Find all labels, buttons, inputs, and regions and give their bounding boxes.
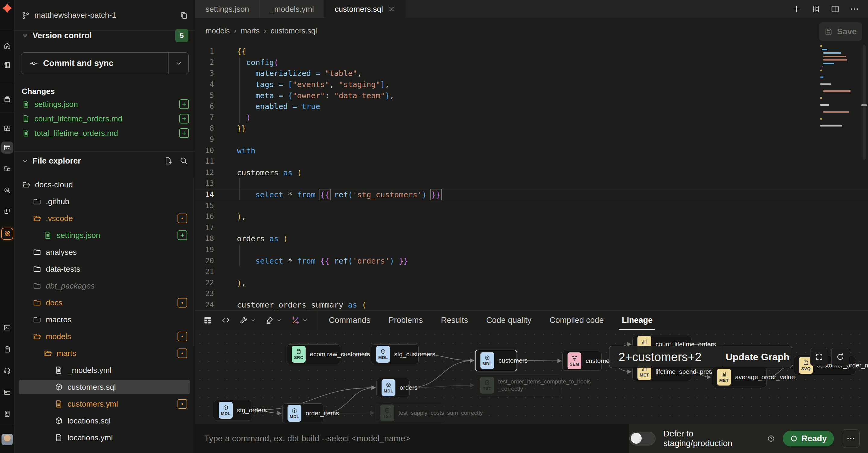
tree-item-models[interactable]: models• xyxy=(19,329,190,344)
code-line-1[interactable]: 1{{ xyxy=(195,46,868,57)
stage-file-button[interactable]: + xyxy=(179,128,189,138)
tree-item-analyses[interactable]: analyses xyxy=(19,245,190,259)
fullscreen-button[interactable] xyxy=(810,348,828,366)
tree-item--vscode[interactable]: .vscode• xyxy=(19,211,190,226)
lineage-node-orders[interactable]: MDLorders xyxy=(376,378,410,397)
code-line-22[interactable]: 22), xyxy=(195,277,868,288)
catalog-icon[interactable] xyxy=(1,228,13,240)
branch-row[interactable]: matthewshaver-patch-1 xyxy=(14,0,195,31)
tree-item--models-yml[interactable]: _models.yml xyxy=(19,363,190,378)
format-tools-group[interactable] xyxy=(265,316,282,325)
tree-item-settings-json[interactable]: settings.json+ xyxy=(19,228,190,242)
code-line-10[interactable]: 10with xyxy=(195,145,868,156)
ide-icon[interactable] xyxy=(1,141,13,154)
code-line-24[interactable]: 24customer_orders_summary as ( xyxy=(195,299,868,311)
file-explorer-header[interactable]: File explorer xyxy=(21,154,188,167)
commit-options-dropdown[interactable] xyxy=(168,53,188,74)
code-line-7[interactable]: 7 ) xyxy=(195,112,868,123)
tree-item-locations-sql[interactable]: locations.sql xyxy=(19,414,190,428)
build-tools-group[interactable] xyxy=(239,316,256,325)
lineage-node-cust[interactable]: MDLcustomers xyxy=(475,350,517,371)
tree-item-locations-yml[interactable]: locations.yml xyxy=(19,430,190,445)
lineage-node-average[interactable]: METaverage_order_value xyxy=(712,367,767,387)
lineage-node-order_items[interactable]: MDLorder_items xyxy=(282,403,323,423)
update-graph-button[interactable]: Update Graph xyxy=(723,346,792,368)
explore-icon[interactable] xyxy=(1,184,13,196)
defer-toggle[interactable] xyxy=(629,432,655,446)
panel-tab-results[interactable]: Results xyxy=(432,311,477,330)
code-line-3[interactable]: 3 materialized = "table", xyxy=(195,68,868,79)
version-control-header[interactable]: Version control 5 xyxy=(21,29,188,42)
status-more-button[interactable] xyxy=(842,429,860,448)
tab-settings-json[interactable]: settings.json xyxy=(195,0,260,18)
tree-item-macros[interactable]: macros xyxy=(19,312,190,327)
breadcrumb-item[interactable]: marts xyxy=(241,27,260,35)
code-line-16[interactable]: 16), xyxy=(195,211,868,222)
stage-file-button[interactable]: + xyxy=(179,114,189,124)
notebook-icon[interactable] xyxy=(811,4,820,13)
help-icon[interactable] xyxy=(767,434,775,443)
changelog-icon[interactable] xyxy=(1,343,13,355)
dbt-logo-icon[interactable] xyxy=(2,3,12,13)
lineage-canvas[interactable]: SRCecom.raw_customersMDLstg_customersMDL… xyxy=(195,330,868,424)
code-line-21[interactable]: 21 xyxy=(195,266,868,278)
command-input[interactable]: Type a command, ex. dbt build --select <… xyxy=(195,424,629,453)
lineage-node-src[interactable]: SRCecom.raw_customers xyxy=(287,344,340,364)
code-line-12[interactable]: 12customers as ( xyxy=(195,167,868,178)
lineage-query-input[interactable]: 2+customers+2 xyxy=(610,346,723,368)
terminal-icon[interactable] xyxy=(1,322,13,334)
code-line-5[interactable]: 5 meta = {"owner": "data-team"}, xyxy=(195,90,868,101)
code-line-14[interactable]: 14 select * from {{ ref('stg_customers')… xyxy=(195,189,868,200)
new-file-icon[interactable] xyxy=(164,156,173,165)
code-line-13[interactable]: 13 xyxy=(195,178,868,189)
projects-icon[interactable] xyxy=(1,93,13,105)
tree-item-customers-yml[interactable]: customers.yml• xyxy=(19,397,190,411)
stage-file-button[interactable]: + xyxy=(178,230,187,240)
support-icon[interactable] xyxy=(1,364,13,377)
new-tab-icon[interactable] xyxy=(792,4,801,13)
lineage-node-stgc[interactable]: MDLstg_customers xyxy=(371,344,418,364)
editor-scrollbar[interactable] xyxy=(863,45,866,160)
code-area[interactable]: 1{{2 config(3 materialized = "table",4 t… xyxy=(195,46,868,310)
code-line-19[interactable]: 19 xyxy=(195,244,868,255)
copy-icon[interactable] xyxy=(179,11,188,20)
visual-editor-icon[interactable] xyxy=(1,163,13,175)
commit-and-sync-button[interactable]: Commit and sync xyxy=(21,53,189,74)
panel-tab-code-quality[interactable]: Code quality xyxy=(477,311,540,330)
sidebar-scrollbar[interactable] xyxy=(193,178,194,346)
lineage-node-stg_orders[interactable]: MDLstg_orders xyxy=(214,400,252,420)
preview-table-icon[interactable] xyxy=(203,316,212,325)
code-line-8[interactable]: 8}} xyxy=(195,123,868,134)
code-line-17[interactable]: 17 xyxy=(195,222,868,233)
split-editor-icon[interactable] xyxy=(831,4,840,13)
commit-and-sync-main[interactable]: Commit and sync xyxy=(22,53,168,74)
panel-tab-compiled-code[interactable]: Compiled code xyxy=(540,311,613,330)
changed-file-row[interactable]: total_lifetime_orders.md+ xyxy=(22,126,189,140)
panel-tab-lineage[interactable]: Lineage xyxy=(613,311,661,330)
code-line-6[interactable]: 6 enabled = true xyxy=(195,101,868,112)
stage-file-button[interactable]: + xyxy=(179,99,189,109)
tree-item-customers-sql[interactable]: customers.sql xyxy=(19,380,190,394)
code-line-4[interactable]: 4 tags = ["events", "staging"], xyxy=(195,79,868,90)
tab--models-yml[interactable]: _models.yml xyxy=(260,0,324,18)
panel-tab-problems[interactable]: Problems xyxy=(379,311,432,330)
code-line-18[interactable]: 18orders as ( xyxy=(195,233,868,244)
tree-item-docs[interactable]: docs• xyxy=(19,295,190,310)
tree-item-dbt-packages[interactable]: dbt_packages xyxy=(19,279,190,293)
code-line-2[interactable]: 2 config( xyxy=(195,57,868,68)
breadcrumb-item[interactable]: customers.sql xyxy=(271,27,317,35)
search-files-icon[interactable] xyxy=(179,156,188,165)
lineage-node-tst_supply[interactable]: TSTtest_supply_costs_sum_correctly xyxy=(375,404,445,422)
code-line-9[interactable]: 9 xyxy=(195,134,868,145)
tree-item-docs-cloud[interactable]: docs-cloud xyxy=(19,177,190,192)
changed-file-row[interactable]: settings.json+ xyxy=(22,97,189,111)
home-icon[interactable] xyxy=(1,40,13,52)
code-line-20[interactable]: 20 select * from {{ ref('orders') }} xyxy=(195,255,868,266)
save-button[interactable]: Save xyxy=(819,22,862,41)
tree-item-data-tests[interactable]: data-tests xyxy=(19,262,190,276)
docs-icon[interactable] xyxy=(1,59,13,71)
orchestration-icon[interactable] xyxy=(1,205,13,218)
lineage-node-tst_bools[interactable]: TSTtest_order_items_compute_to_bools _co… xyxy=(475,375,562,396)
lineage-node-sem[interactable]: SEMcustomers xyxy=(562,351,601,371)
panel-tab-commands[interactable]: Commands xyxy=(320,311,379,330)
